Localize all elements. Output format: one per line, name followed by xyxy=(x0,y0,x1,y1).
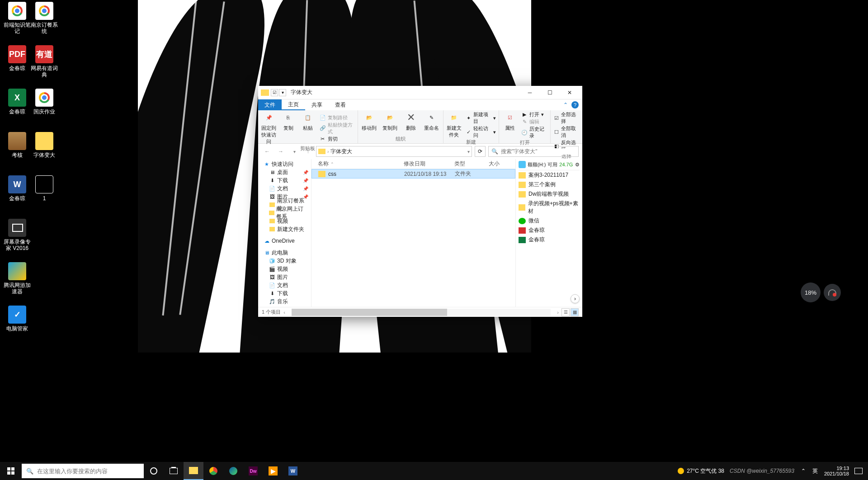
refresh-button[interactable]: ⟳ xyxy=(475,146,486,157)
sidebar-item[interactable]: 🎬视频 xyxy=(258,265,311,273)
column-size[interactable]: 大小 xyxy=(489,160,507,168)
paste-button[interactable]: 📋粘贴 xyxy=(300,111,316,145)
desktop-icon[interactable]: X金春琼 xyxy=(4,89,31,115)
open-button[interactable]: ▶打开 ▾ xyxy=(521,111,547,118)
desktop-icon[interactable]: 1 xyxy=(31,175,58,202)
desktop-icon[interactable]: 考核 xyxy=(4,132,31,158)
taskbar-media[interactable]: ▶ xyxy=(263,462,283,480)
taskbar-dreamweaver[interactable]: Dw xyxy=(243,462,263,480)
view-large-icons[interactable]: ▦ xyxy=(571,308,579,316)
desktop-icon[interactable]: 前端知识笔记 xyxy=(4,2,31,35)
quick-item[interactable]: 第三个案例 xyxy=(519,180,580,189)
sidebar-item[interactable]: 新建文件夹 xyxy=(258,225,311,233)
qa-tool-2[interactable]: ▾ xyxy=(279,89,286,96)
ime-indicator[interactable]: 英 xyxy=(811,467,819,475)
taskbar-explorer[interactable] xyxy=(184,462,203,480)
history-button[interactable]: 🕘历史记录 xyxy=(521,126,547,139)
rename-button[interactable]: ✎重命名 xyxy=(423,111,440,136)
move-to-button[interactable]: 📂移动到 xyxy=(361,111,378,136)
quick-item[interactable]: 录的视频+ps视频+素材 xyxy=(519,199,580,216)
desktop-icon[interactable]: 字体变大 xyxy=(31,132,58,158)
sidebar-item[interactable]: 🧊3D 对象 xyxy=(258,257,311,265)
file-row[interactable]: css2021/10/18 19:13文件夹 xyxy=(311,169,515,179)
ribbon-collapse[interactable]: ⌃ xyxy=(563,102,568,108)
new-folder-button[interactable]: 📁新建文件夹 xyxy=(446,111,462,139)
sidebar-item[interactable]: 🖥桌面📌 xyxy=(258,168,311,176)
quick-item[interactable]: 金春琼 xyxy=(519,235,580,245)
tab-home[interactable]: 主页 xyxy=(282,99,305,110)
tab-file[interactable]: 文件 xyxy=(258,99,282,110)
view-details[interactable]: ☰ xyxy=(561,308,570,316)
hscroll-right[interactable]: › xyxy=(554,309,561,316)
tab-view[interactable]: 查看 xyxy=(329,99,352,110)
minimize-button[interactable]: ─ xyxy=(520,86,540,99)
column-name[interactable]: 名称 ⌃ xyxy=(318,160,404,168)
cut-button[interactable]: ✂剪切 xyxy=(320,136,355,142)
weather-widget[interactable]: 27°C 空气优 38 xyxy=(678,467,724,475)
taskbar-search[interactable]: 🔍 xyxy=(22,464,144,478)
quick-item[interactable]: 微信 xyxy=(519,216,580,226)
gear-icon[interactable]: ⚙ xyxy=(575,162,580,168)
sidebar-item[interactable]: 🖼图片 xyxy=(258,273,311,281)
nav-forward[interactable]: → xyxy=(275,146,286,157)
copy-path-button[interactable]: 📄复制路径 xyxy=(320,114,355,121)
column-date[interactable]: 修改日期 xyxy=(404,160,454,168)
desktop-icon[interactable]: 国庆作业 xyxy=(31,89,58,115)
taskbar-search-input[interactable] xyxy=(37,468,139,475)
nav-back[interactable]: ← xyxy=(262,146,273,157)
floating-indicator[interactable]: 18% xyxy=(801,282,821,302)
easy-access-button[interactable]: ✓轻松访问 ▾ xyxy=(466,125,496,139)
floating-wifi-indicator[interactable] xyxy=(824,284,841,301)
nav-up[interactable]: ↑ xyxy=(302,146,313,157)
tray-chevron[interactable]: ⌃ xyxy=(800,467,807,475)
new-item-button[interactable]: ✦新建项目 ▾ xyxy=(466,111,496,125)
search-input[interactable] xyxy=(501,148,576,155)
help-button[interactable]: ? xyxy=(571,101,579,108)
select-none-button[interactable]: ☐全部取消 xyxy=(553,125,580,139)
path-segment[interactable]: 字体变大 xyxy=(330,148,352,155)
copy-to-button[interactable]: 📂复制到 xyxy=(382,111,399,136)
sidebar-item[interactable]: 🎵音乐 xyxy=(258,297,311,306)
title-bar[interactable]: ☑ ▾ 字体变大 ─ ☐ ✕ xyxy=(258,86,582,99)
search-box[interactable]: 🔍 xyxy=(488,146,579,157)
sidebar-quick-access[interactable]: ★快速访问 xyxy=(258,160,311,168)
desktop-icon[interactable]: 有道网易有道词典 xyxy=(31,45,58,78)
cortana-button[interactable] xyxy=(144,462,164,480)
tab-share[interactable]: 共享 xyxy=(305,99,329,110)
sidebar-item[interactable]: ⬇下载 xyxy=(258,289,311,297)
quick-item[interactable]: Dw前端教学视频 xyxy=(519,189,580,199)
expand-pane-button[interactable]: › xyxy=(571,294,580,303)
start-button[interactable] xyxy=(0,462,22,480)
quick-item[interactable]: 金春琼 xyxy=(519,226,580,235)
delete-button[interactable]: ✕删除 xyxy=(402,111,420,136)
paste-shortcut-button[interactable]: 🔗粘贴快捷方式 xyxy=(320,122,355,135)
taskbar-chrome[interactable] xyxy=(203,462,223,480)
taskbar-word[interactable]: W xyxy=(283,462,303,480)
pin-quick-access-button[interactable]: 📌固定到快速访问 xyxy=(261,111,277,145)
clock[interactable]: 19:13 2021/10/18 xyxy=(824,466,849,476)
desktop-icon[interactable]: W金春琼 xyxy=(4,175,31,202)
edit-button[interactable]: ✎编辑 xyxy=(521,118,547,125)
system-tray[interactable]: ⌃ 英 xyxy=(800,467,819,475)
taskbar-edge[interactable] xyxy=(223,462,243,480)
hscroll-track[interactable] xyxy=(292,309,551,316)
properties-button[interactable]: ☑属性 xyxy=(502,111,518,139)
desktop-icon[interactable]: 屏幕录像专家 V2016 xyxy=(4,219,31,252)
nav-pane[interactable]: ★快速访问 🖥桌面📌⬇下载📌📄文档📌🖼图片📌南京订餐系统南京网上订餐系视频新建文… xyxy=(258,159,311,307)
sidebar-item[interactable]: ⬇下载📌 xyxy=(258,176,311,184)
select-all-button[interactable]: ☑全部选择 xyxy=(553,111,580,125)
sidebar-this-pc[interactable]: 🖥此电脑 xyxy=(258,249,311,257)
notifications-button[interactable] xyxy=(854,468,863,474)
column-type[interactable]: 类型 xyxy=(454,160,489,168)
copy-button[interactable]: ⎘复制 xyxy=(280,111,296,145)
address-bar[interactable]: › 字体变大 ▾ xyxy=(316,146,472,157)
task-view-button[interactable] xyxy=(164,462,184,480)
nav-recent[interactable]: ▾ xyxy=(289,146,300,157)
sidebar-item[interactable]: 南京网上订餐系 xyxy=(258,209,311,217)
desktop-icon[interactable]: PDF金春琼 xyxy=(4,45,31,71)
desktop-icon[interactable]: 南京订餐系统 xyxy=(31,2,58,35)
sidebar-item[interactable]: 📄文档📌 xyxy=(258,184,311,193)
qa-tool-1[interactable]: ☑ xyxy=(271,89,278,96)
quick-item[interactable]: 案例3-20211017 xyxy=(519,170,580,180)
sidebar-onedrive[interactable]: ☁OneDrive xyxy=(258,237,311,245)
